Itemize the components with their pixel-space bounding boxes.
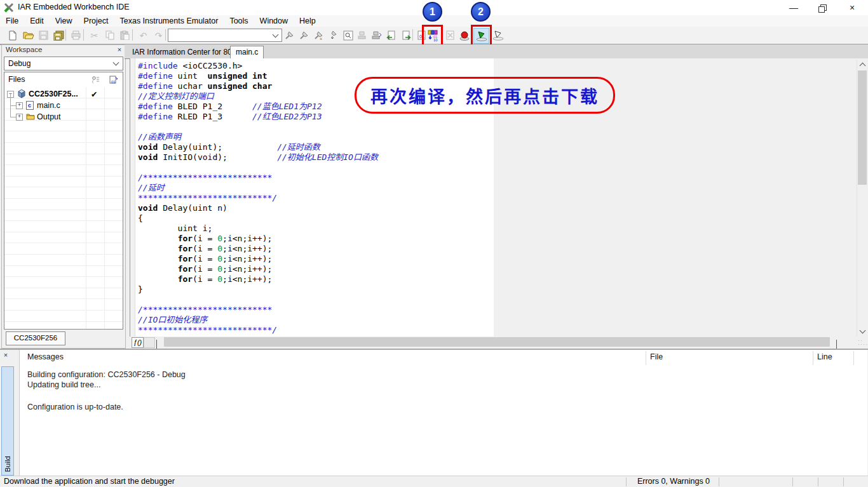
toolbar-separator xyxy=(83,29,84,41)
stop-build-button[interactable] xyxy=(443,28,458,43)
tab-information-center[interactable]: IAR Information Center for 8051 xyxy=(127,46,245,58)
expand-icon[interactable]: + xyxy=(16,102,23,109)
code-line: #define uint unsigned int xyxy=(138,71,378,81)
build-panel: × Messages File Line Building configurat… xyxy=(0,349,868,476)
build-tab[interactable]: Build xyxy=(1,366,14,476)
code-line: //函数声明 xyxy=(138,132,378,142)
tree-row-output[interactable]: + Output xyxy=(4,111,123,123)
toolbar-separator xyxy=(65,29,66,41)
file-name: main.c xyxy=(37,101,60,110)
toolbar-separator xyxy=(165,29,166,41)
menu-file[interactable]: File xyxy=(0,15,24,27)
code-text[interactable]: #include <ioCC2530.h>#define uint unsign… xyxy=(138,61,378,335)
code-line: /************************** xyxy=(138,173,378,183)
menu-window[interactable]: Window xyxy=(254,15,294,27)
chevron-down-icon xyxy=(113,60,119,66)
find-in-files-button[interactable]: + xyxy=(311,28,325,43)
debug-without-downloading-icon xyxy=(492,30,504,41)
new-document-button[interactable] xyxy=(5,28,20,43)
code-line: void InitIO(void); //初始化LED控制IO口函数 xyxy=(138,152,378,163)
menu-ti-emulator[interactable]: Texas Instruments Emulator xyxy=(114,15,224,27)
code-line: uint i; xyxy=(138,223,378,234)
replace-next-button[interactable] xyxy=(369,28,384,43)
option-column-icon[interactable] xyxy=(87,74,104,85)
vertical-scrollbar[interactable] xyxy=(857,60,867,337)
quick-search-combobox[interactable] xyxy=(168,29,282,42)
save-all-button[interactable] xyxy=(51,28,66,43)
editor-area[interactable]: #include <ioCC2530.h>#define uint unsign… xyxy=(130,58,868,337)
find-next-button[interactable] xyxy=(281,28,296,43)
code-line xyxy=(138,122,378,132)
workspace-close-icon[interactable]: × xyxy=(115,45,124,54)
workspace-bottom-tab[interactable]: CC2530F256 xyxy=(6,331,65,345)
menu-help[interactable]: Help xyxy=(294,15,322,27)
svg-text:+: + xyxy=(320,37,322,41)
toolbar-separator xyxy=(412,29,413,41)
build-panel-close-icon[interactable]: × xyxy=(2,351,10,359)
code-line: #define BLED P1_2 //蓝色LED1为P12 xyxy=(138,102,378,112)
toggle-breakpoint-button[interactable] xyxy=(458,28,472,43)
close-button[interactable]: × xyxy=(837,0,867,15)
code-line: for(i = 0;i<n;i++); xyxy=(138,264,378,274)
menu-edit[interactable]: Edit xyxy=(24,15,50,27)
code-line xyxy=(138,163,378,173)
scroll-down-icon[interactable] xyxy=(857,326,867,337)
step-1-badge: 1 xyxy=(423,2,442,22)
save-button[interactable] xyxy=(36,28,51,43)
menu-tools[interactable]: Tools xyxy=(224,15,254,27)
workspace-files-tree[interactable]: Files 01 − CC2530F25... ✔ + c main.c xyxy=(4,72,123,330)
workspace-panel: Workspace × Debug Files 01 − CC2530F25..… xyxy=(1,44,126,349)
incremental-search-button[interactable] xyxy=(325,28,340,43)
save-all-icon xyxy=(53,30,64,41)
code-line: void Delay(uint n) xyxy=(138,203,378,213)
undo-icon: ↶ xyxy=(140,30,147,41)
print-icon xyxy=(71,30,81,40)
replace-icon xyxy=(357,30,367,40)
print-button[interactable] xyxy=(69,28,83,43)
menu-project[interactable]: Project xyxy=(78,15,114,27)
tab-main-c[interactable]: main.c xyxy=(230,46,264,59)
column-file[interactable]: File xyxy=(650,352,663,361)
output-column-icon[interactable]: 01 xyxy=(105,74,122,85)
copy-button[interactable] xyxy=(102,28,117,43)
code-line: void Delay(uint); //延时函数 xyxy=(138,142,378,152)
cut-button[interactable]: ✂ xyxy=(87,28,102,43)
project-name: CC2530F25... xyxy=(29,90,78,98)
selection-margin xyxy=(130,58,135,337)
status-bar: Download the application and start the d… xyxy=(0,476,868,487)
scroll-up-icon[interactable] xyxy=(857,60,867,70)
undo-button[interactable]: ↶ xyxy=(136,28,151,43)
paste-button[interactable] xyxy=(118,28,132,43)
svg-text:c: c xyxy=(28,102,31,109)
editor-bottom-bar: ƒ() ·· ···· xyxy=(130,337,868,347)
function-list-button[interactable]: ƒ() xyxy=(132,337,144,348)
replace-button[interactable] xyxy=(355,28,369,43)
code-line: for(i = 0;i<n;i++); xyxy=(138,234,378,244)
tree-row-project[interactable]: − CC2530F25... ✔ xyxy=(4,88,123,100)
code-line: //定义控制灯的端口 xyxy=(138,91,378,102)
configuration-select[interactable]: Debug xyxy=(4,57,123,70)
minimize-button[interactable]: — xyxy=(779,0,808,15)
restore-button[interactable] xyxy=(808,0,837,15)
resize-grip-icon[interactable]: ·· ···· xyxy=(858,338,865,346)
expand-icon[interactable]: + xyxy=(16,114,23,121)
open-file-button[interactable] xyxy=(21,28,36,43)
build-messages-area[interactable]: Messages File Line Building configuratio… xyxy=(19,350,867,476)
code-line: #define RLED P1_3 //红色LED2为P13 xyxy=(138,112,378,122)
debug-without-downloading-button[interactable] xyxy=(491,28,505,43)
code-line: ***************************/ xyxy=(138,193,378,203)
find-previous-icon xyxy=(299,30,309,41)
horizontal-scrollbar-thumb[interactable] xyxy=(164,337,830,347)
status-errors: Errors 0, Warnings 0 xyxy=(629,477,718,486)
column-line[interactable]: Line xyxy=(817,352,832,361)
find-previous-button[interactable] xyxy=(296,28,311,43)
annotation-note-text: 再次编译，然后再点击下载 xyxy=(370,83,599,108)
navigate-forward-button[interactable] xyxy=(398,28,413,43)
vertical-scrollbar-thumb[interactable] xyxy=(858,70,867,185)
code-line: } xyxy=(138,284,378,295)
navigate-backward-button[interactable] xyxy=(384,28,398,43)
redo-button[interactable]: ↷ xyxy=(151,28,166,43)
menu-view[interactable]: View xyxy=(50,15,78,27)
tree-row-main-c[interactable]: + c main.c xyxy=(4,100,123,111)
find-dialog-button[interactable] xyxy=(341,28,355,43)
